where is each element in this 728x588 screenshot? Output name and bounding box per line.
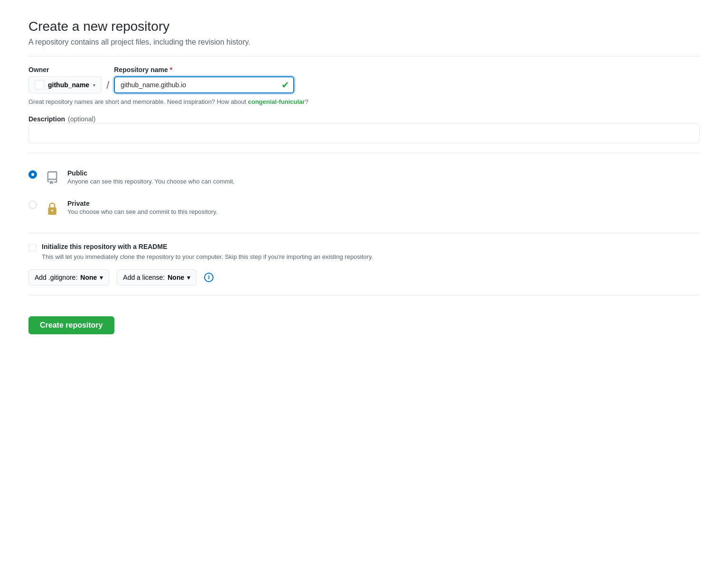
divider-bottom — [28, 295, 700, 295]
owner-field-group: Owner github_name ▾ — [28, 66, 102, 93]
owner-repo-row: Owner github_name ▾ / Repository name* ✔ — [28, 66, 700, 93]
public-description: Anyone can see this repository. You choo… — [67, 178, 234, 185]
svg-point-1 — [51, 210, 53, 212]
description-label: Description(optional) — [28, 115, 95, 123]
gitignore-label: Add .gitignore: — [35, 274, 77, 281]
valid-checkmark: ✔ — [281, 79, 289, 91]
description-section: Description(optional) — [28, 115, 700, 143]
owner-avatar — [35, 80, 44, 90]
description-input[interactable] — [28, 123, 700, 143]
init-description: This will let you immediately clone the … — [42, 252, 373, 262]
name-hint: Great repository names are short and mem… — [28, 98, 700, 105]
init-label: Initialize this repository with a README — [42, 243, 373, 250]
public-book-icon — [45, 169, 60, 186]
private-text: Private You choose who can see and commi… — [67, 200, 218, 215]
extras-row: Add .gitignore: None ▾ Add a license: No… — [28, 269, 700, 285]
init-option: Initialize this repository with a README… — [28, 243, 700, 262]
repo-name-input[interactable] — [114, 76, 294, 93]
gitignore-dropdown[interactable]: Add .gitignore: None ▾ — [28, 269, 109, 285]
license-dropdown[interactable]: Add a license: None ▾ — [117, 269, 196, 285]
owner-name: github_name — [48, 81, 89, 89]
owner-dropdown-arrow: ▾ — [93, 83, 95, 88]
private-description: You choose who can see and commit to thi… — [67, 208, 218, 215]
info-icon[interactable]: i — [204, 273, 214, 282]
private-lock-icon — [45, 200, 60, 217]
init-text: Initialize this repository with a README… — [42, 243, 373, 262]
optional-text: (optional) — [68, 115, 95, 123]
page-subtitle: A repository contains all project files,… — [28, 38, 700, 46]
init-checkbox[interactable] — [28, 244, 36, 251]
page-title: Create a new repository — [28, 19, 700, 34]
license-arrow: ▾ — [187, 274, 190, 281]
gitignore-arrow: ▾ — [100, 274, 103, 281]
divider-mid — [28, 153, 700, 153]
slash-separator: / — [106, 79, 109, 93]
gitignore-value: None — [80, 274, 97, 281]
repo-name-field-group: Repository name* ✔ — [114, 66, 294, 93]
private-option: Private You choose who can see and commi… — [28, 193, 700, 223]
suggestion-link[interactable]: congenial-funicular — [248, 98, 305, 105]
repo-name-label: Repository name* — [114, 66, 294, 74]
divider-top — [28, 56, 700, 56]
public-label: Public — [67, 169, 234, 177]
license-value: None — [168, 274, 184, 281]
license-label: Add a license: — [123, 274, 165, 281]
repo-name-input-wrapper: ✔ — [114, 76, 294, 93]
visibility-section: Public Anyone can see this repository. Y… — [28, 163, 700, 223]
private-radio[interactable] — [28, 201, 37, 209]
owner-dropdown[interactable]: github_name ▾ — [28, 76, 102, 93]
public-option: Public Anyone can see this repository. Y… — [28, 163, 700, 193]
public-text: Public Anyone can see this repository. Y… — [67, 169, 234, 185]
create-repository-button[interactable]: Create repository — [28, 316, 114, 334]
required-star: * — [170, 66, 172, 74]
private-label: Private — [67, 200, 218, 207]
public-radio[interactable] — [28, 170, 37, 179]
divider-init — [28, 233, 700, 233]
owner-label: Owner — [28, 66, 102, 74]
init-section: Initialize this repository with a README… — [28, 243, 700, 285]
